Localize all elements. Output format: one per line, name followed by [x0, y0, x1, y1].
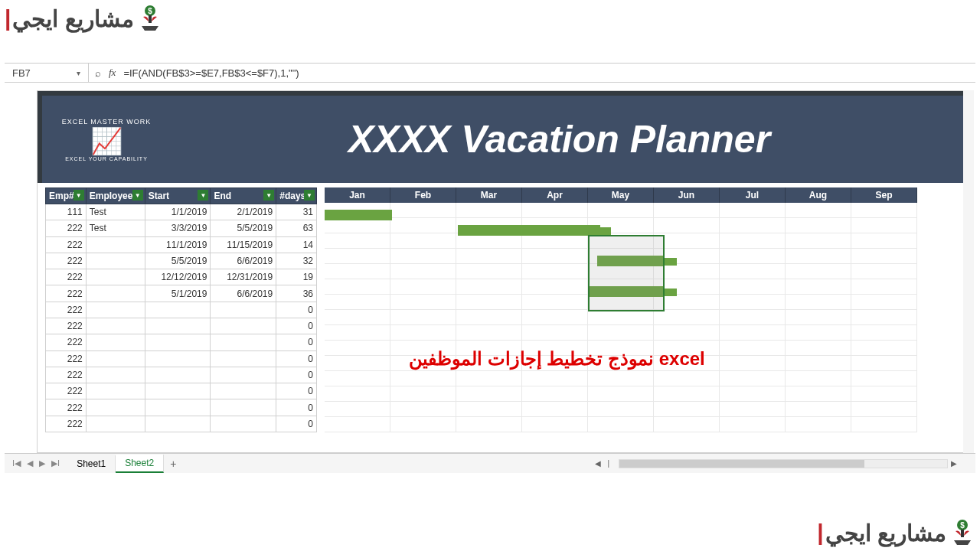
- gantt-cell[interactable]: [522, 371, 588, 386]
- gantt-cell[interactable]: [654, 203, 720, 218]
- col-end[interactable]: End▼: [211, 188, 276, 204]
- gantt-cell[interactable]: [456, 371, 522, 386]
- cell-name[interactable]: Test: [86, 204, 145, 220]
- gantt-cell[interactable]: [786, 295, 851, 310]
- gantt-cell[interactable]: [390, 310, 456, 325]
- gantt-cell[interactable]: [390, 295, 456, 310]
- gantt-cell[interactable]: [456, 249, 522, 264]
- gantt-cell[interactable]: [325, 325, 390, 341]
- cell-days[interactable]: 19: [276, 269, 317, 285]
- cell-end[interactable]: 11/15/2019: [211, 236, 276, 253]
- gantt-cell[interactable]: [786, 325, 851, 341]
- formula-input[interactable]: =IF(AND(FB$3>=$E7,FB$3<=$F7),1,""): [123, 67, 299, 79]
- gantt-cell[interactable]: [522, 233, 588, 249]
- gantt-cell[interactable]: [654, 386, 720, 402]
- cell-reference-box[interactable]: FB7 ▾: [5, 64, 89, 82]
- cell-name[interactable]: [86, 367, 145, 383]
- gantt-cell[interactable]: [390, 371, 456, 386]
- col-days[interactable]: #days▼: [276, 188, 317, 204]
- filter-icon[interactable]: ▼: [263, 190, 274, 201]
- add-sheet-button[interactable]: +: [164, 455, 182, 473]
- cell-start[interactable]: [145, 318, 211, 334]
- gantt-cell[interactable]: [851, 386, 917, 402]
- cell-emp[interactable]: 222: [46, 383, 87, 399]
- cell-end[interactable]: [211, 367, 276, 383]
- gantt-cell[interactable]: [588, 386, 654, 402]
- cell-days[interactable]: 14: [276, 236, 317, 253]
- cell-end[interactable]: [211, 318, 276, 334]
- gantt-cell[interactable]: [588, 371, 654, 386]
- gantt-cell[interactable]: [390, 249, 456, 264]
- gantt-cell[interactable]: [720, 325, 786, 341]
- cell-start[interactable]: [145, 302, 211, 318]
- cell-end[interactable]: 2/1/2019: [211, 204, 276, 220]
- cell-end[interactable]: [211, 334, 276, 350]
- gantt-cell[interactable]: [786, 371, 851, 386]
- gantt-cell[interactable]: [720, 249, 786, 264]
- cell-name[interactable]: [86, 302, 145, 318]
- cell-emp[interactable]: 222: [46, 302, 87, 318]
- gantt-cell[interactable]: [325, 341, 390, 356]
- gantt-cell[interactable]: [786, 341, 851, 356]
- gantt-cell[interactable]: [654, 218, 720, 233]
- cell-start[interactable]: [145, 350, 211, 367]
- cell-end[interactable]: 6/6/2019: [211, 253, 276, 269]
- table-row[interactable]: 2220: [46, 350, 317, 367]
- gantt-cell[interactable]: [851, 325, 917, 341]
- gantt-cell[interactable]: [325, 371, 390, 386]
- filter-icon[interactable]: ▼: [74, 190, 84, 201]
- cell-end[interactable]: 12/31/2019: [211, 269, 276, 285]
- cell-days[interactable]: 0: [276, 383, 317, 399]
- gantt-cell[interactable]: [390, 325, 456, 341]
- gantt-cell[interactable]: [456, 295, 522, 310]
- gantt-cell[interactable]: [588, 402, 654, 417]
- gantt-cell[interactable]: [851, 233, 917, 249]
- cell-emp[interactable]: 222: [46, 220, 87, 236]
- cell-name[interactable]: [86, 269, 145, 285]
- cell-end[interactable]: 6/6/2019: [211, 285, 276, 302]
- gantt-cell[interactable]: [851, 356, 917, 371]
- hscroll-left-icon[interactable]: ◀: [592, 459, 604, 468]
- cell-days[interactable]: 36: [276, 285, 317, 302]
- gantt-row[interactable]: [325, 386, 973, 402]
- cell-end[interactable]: [211, 350, 276, 367]
- table-row[interactable]: 222Test3/3/20195/5/201963: [46, 220, 317, 236]
- gantt-cell[interactable]: [522, 325, 588, 341]
- gantt-cell[interactable]: [786, 310, 851, 325]
- cell-emp[interactable]: 222: [46, 367, 87, 383]
- gantt-cell[interactable]: [390, 417, 456, 432]
- table-row[interactable]: 2225/5/20196/6/201932: [46, 253, 317, 269]
- gantt-cell[interactable]: [588, 310, 654, 325]
- table-row[interactable]: 2220: [46, 318, 317, 334]
- gantt-cell[interactable]: [720, 233, 786, 249]
- gantt-cell[interactable]: [851, 203, 917, 218]
- gantt-cell[interactable]: [325, 249, 390, 264]
- gantt-cell[interactable]: [325, 279, 390, 295]
- gantt-cell[interactable]: [851, 341, 917, 356]
- col-emp[interactable]: Emp#▼: [46, 188, 87, 204]
- table-row[interactable]: 2220: [46, 367, 317, 383]
- gantt-cell[interactable]: [851, 249, 917, 264]
- cell-name[interactable]: [86, 318, 145, 334]
- cell-end[interactable]: [211, 416, 276, 432]
- hscroll-track[interactable]: [619, 459, 948, 468]
- gantt-cell[interactable]: [588, 325, 654, 341]
- cell-end[interactable]: [211, 399, 276, 416]
- gantt-cell[interactable]: [720, 356, 786, 371]
- cell-days[interactable]: 63: [276, 220, 317, 236]
- gantt-cell[interactable]: [720, 310, 786, 325]
- cellref-dropdown-icon[interactable]: ▾: [77, 69, 80, 77]
- filter-icon[interactable]: ▼: [132, 190, 143, 201]
- gantt-cell[interactable]: [851, 279, 917, 295]
- gantt-cell[interactable]: [325, 264, 390, 279]
- gantt-cell[interactable]: [654, 402, 720, 417]
- gantt-cell[interactable]: [786, 386, 851, 402]
- gantt-row[interactable]: [325, 203, 973, 218]
- gantt-cell[interactable]: [456, 203, 522, 218]
- gantt-cell[interactable]: [390, 233, 456, 249]
- cell-name[interactable]: Test: [86, 220, 145, 236]
- gantt-cell[interactable]: [720, 371, 786, 386]
- gantt-cell[interactable]: [720, 203, 786, 218]
- gantt-cell[interactable]: [325, 386, 390, 402]
- gantt-cell[interactable]: [786, 402, 851, 417]
